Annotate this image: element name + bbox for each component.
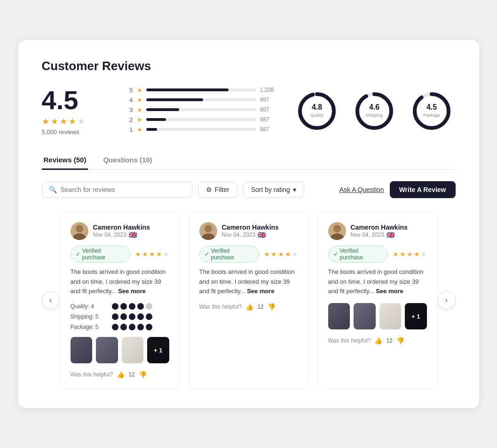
card-2-flag: 🇬🇧 (258, 231, 266, 239)
card-2-text: The boots arrived in good condition and … (199, 267, 298, 296)
write-review-button[interactable]: Write A Review (390, 181, 456, 198)
card-3-user-info: Cameron Hawkins Nov 04, 2023 🇬🇧 (351, 224, 427, 239)
search-icon: 🔍 (49, 186, 57, 193)
thumbs-down-button-3[interactable]: 👎 (396, 337, 404, 344)
svg-text:4.8: 4.8 (311, 103, 322, 111)
card-2-see-more[interactable]: See more (247, 288, 275, 295)
svg-point-9 (415, 94, 449, 128)
bar-fill-2 (146, 118, 166, 121)
svg-text:Package: Package (423, 113, 440, 118)
prev-button[interactable]: ‹ (42, 291, 60, 309)
card-1-header: Cameron Hawkins Nov 04, 2023 🇬🇧 (71, 222, 169, 240)
bar-count-5: 1,208 (260, 87, 277, 93)
star-4: ★ (69, 116, 76, 127)
svg-point-13 (73, 233, 86, 240)
card-3-helpful: Was this helpful? 👍 12 👎 (328, 337, 427, 344)
card3-thumb-3[interactable] (379, 303, 402, 329)
card-2-verified-text: Verified purchase (211, 248, 254, 261)
star-1: ★ (42, 116, 49, 127)
bar-label-4: 4 (126, 96, 133, 104)
bar-fill-4 (146, 98, 204, 101)
card-3-thumbnails: + 1 (328, 303, 427, 329)
controls-row: 🔍 ⚙ Filter Sort by rating ▾ Ask A Questi… (42, 181, 456, 198)
bar-fill-5 (146, 88, 229, 91)
bar-label-5: 5 (126, 87, 133, 94)
thumbs-up-button-2[interactable]: 👍 (245, 303, 253, 311)
thumbs-up-button-1[interactable]: 👍 (117, 371, 125, 378)
tab-reviews[interactable]: Reviews (50) (42, 151, 88, 170)
tabs: Reviews (50) Questions (10) (42, 151, 456, 170)
tab-questions[interactable]: Questions (10) (101, 151, 154, 170)
review-card-1: Cameron Hawkins Nov 04, 2023 🇬🇧 ✓ Verifi… (60, 211, 180, 389)
chevron-down-icon: ▾ (293, 186, 296, 193)
thumbs-down-button-1[interactable]: 👎 (139, 371, 147, 378)
card-1-see-more[interactable]: See more (118, 288, 146, 295)
bar-star-5: ★ (137, 87, 142, 94)
bar-star-2: ★ (137, 116, 142, 123)
sort-label: Sort by rating (251, 186, 290, 193)
card-3-date-flag: Nov 04, 2023 🇬🇧 (351, 231, 427, 239)
bar-label-3: 3 (126, 106, 133, 113)
check-icon-2: ✓ (205, 251, 209, 257)
card-3-see-more[interactable]: See more (376, 288, 403, 295)
card-3-verified-row: ✓ Verified purchase ★ ★ ★ ★ ★ (328, 246, 427, 263)
bar-star-4: ★ (137, 96, 142, 104)
thumb-2[interactable] (96, 337, 118, 363)
search-input[interactable] (61, 186, 185, 193)
card3-thumb-2[interactable] (354, 303, 376, 329)
card-1-helpful: Was this helpful? 👍 12 👎 (71, 371, 169, 378)
card-2-helpful-count: 12 (257, 304, 263, 310)
search-wrap[interactable]: 🔍 (42, 182, 192, 198)
thumbs-up-button-3[interactable]: 👍 (374, 337, 382, 344)
svg-text:Quality: Quality (310, 113, 323, 118)
card3-thumb-more[interactable]: + 1 (405, 303, 427, 329)
cards-wrapper: ‹ Cameron Hawkins Nov 04, 2023 🇬🇧 (42, 211, 456, 389)
card-2-header: Cameron Hawkins Nov 04, 2023 🇬🇧 (199, 222, 298, 240)
card-1-ratings: Quality: 4 Shipping: 5 (71, 303, 169, 330)
sort-button[interactable]: Sort by rating ▾ (243, 182, 304, 198)
card-1-thumbnails: + 1 (71, 337, 169, 363)
card-1-verified-badge: ✓ Verified purchase (71, 246, 130, 263)
bar-count-1: 987 (260, 126, 277, 133)
svg-point-14 (205, 225, 212, 232)
bar-label-1: 1 (126, 126, 133, 133)
gauge-quality-svg: 4.8 Quality (296, 90, 338, 132)
thumb-1[interactable] (71, 337, 93, 363)
card-1-flag: 🇬🇧 (129, 231, 137, 239)
gauges: 4.8 Quality 4.6 Shipping 4.5 (296, 90, 453, 132)
thumb-3[interactable] (122, 337, 144, 363)
bar-chart: 5 ★ 1,208 4 ★ 987 3 ★ 987 2 ★ 987 (126, 87, 277, 136)
card-3-header: Cameron Hawkins Nov 04, 2023 🇬🇧 (328, 222, 427, 240)
card-3-date: Nov 04, 2023 (351, 232, 384, 238)
filter-icon: ⚙ (206, 186, 212, 193)
filter-label: Filter (215, 186, 229, 193)
review-card-3: Cameron Hawkins Nov 04, 2023 🇬🇧 ✓ Verifi… (317, 211, 438, 389)
thumb-more[interactable]: + 1 (147, 337, 169, 363)
star-3: ★ (60, 116, 67, 127)
svg-point-16 (333, 225, 341, 232)
next-button[interactable]: › (438, 291, 456, 309)
card3-thumb-4[interactable]: + 1 (405, 303, 427, 329)
ask-question-button[interactable]: Ask A Question (339, 186, 384, 193)
filter-button[interactable]: ⚙ Filter (198, 182, 237, 198)
thumbs-down-button-2[interactable]: 👎 (268, 303, 276, 311)
bar-track-2 (146, 118, 256, 121)
thumb-4[interactable]: + 1 (147, 337, 169, 363)
rating-row-shipping: Shipping: 5 (71, 313, 169, 320)
card-1-user-info: Cameron Hawkins Nov 04, 2023 🇬🇧 (93, 224, 169, 239)
card-3-verified-badge: ✓ Verified purchase (328, 246, 388, 263)
card-2-user-info: Cameron Hawkins Nov 04, 2023 🇬🇧 (222, 224, 298, 239)
overall-score: 4.5 ★ ★ ★ ★ ★ 5,000 reviews (42, 87, 108, 136)
review-card-2: Cameron Hawkins Nov 04, 2023 🇬🇧 ✓ Verifi… (189, 211, 309, 389)
bar-row-4: 4 ★ 987 (126, 96, 277, 104)
bar-label-2: 2 (126, 116, 133, 123)
svg-text:Shipping: Shipping (366, 113, 382, 118)
card-1-verified-text: Verified purchase (82, 248, 125, 261)
card3-thumb-1[interactable] (328, 303, 350, 329)
gauge-quality: 4.8 Quality (296, 90, 338, 132)
bar-row-5: 5 ★ 1,208 (126, 87, 277, 94)
card-1-date: Nov 04, 2023 (93, 232, 126, 238)
bar-star-1: ★ (137, 126, 142, 133)
bar-track-4 (146, 98, 256, 101)
card-3-verified-text: Verified purchase (340, 248, 383, 261)
